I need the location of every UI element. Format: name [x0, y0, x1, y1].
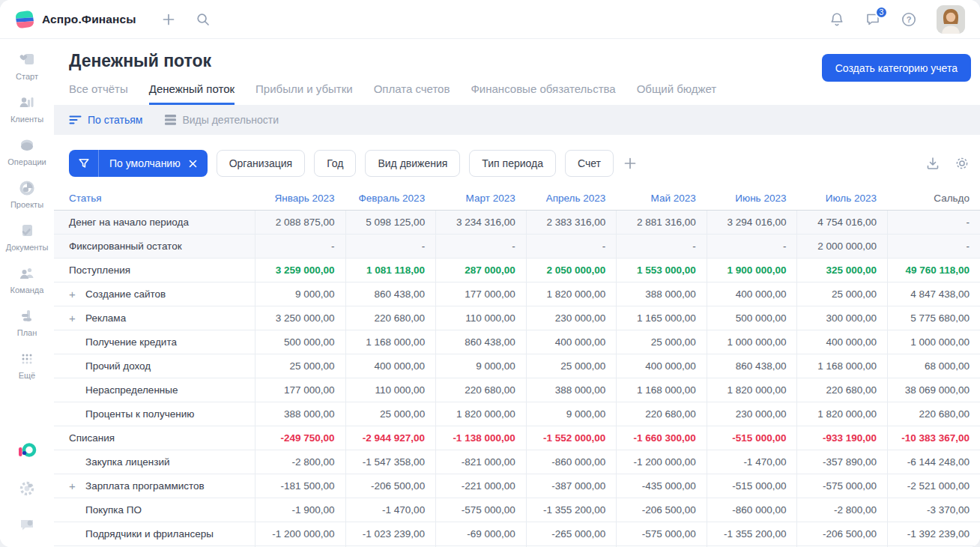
- sidebar-item-8[interactable]: Ещё: [0, 350, 54, 380]
- sidebar-item-6[interactable]: Команда: [0, 265, 54, 294]
- sidebar-item-2[interactable]: Клиенты: [0, 94, 54, 124]
- row-label-cell: Нераспределенные: [54, 378, 255, 402]
- cell-saldo: -6 144 248,00: [887, 450, 980, 474]
- table-row: Нераспределенные177 000,00110 000,00220 …: [54, 378, 980, 402]
- cell-value: -206 500,00: [616, 498, 707, 522]
- filter-chip-2[interactable]: Год: [314, 150, 356, 177]
- sidebar-item-label: Операции: [7, 157, 46, 166]
- tab-1[interactable]: Все отчёты: [69, 82, 128, 105]
- cell-saldo: 4 847 438,00: [887, 282, 980, 306]
- user-avatar[interactable]: [937, 5, 965, 34]
- cell-value: 1 820 000,00: [707, 378, 797, 402]
- cell-value: 1 820 000,00: [435, 402, 526, 426]
- cell-value: 1 081 118,00: [345, 259, 436, 282]
- column-header-1[interactable]: Январь 2023: [255, 187, 345, 210]
- cell-value: 3 294 016,00: [707, 211, 797, 234]
- cell-value: -515 000,00: [707, 426, 797, 450]
- clients-icon: [18, 94, 36, 112]
- chat-icon[interactable]: 3: [865, 11, 881, 28]
- row-label: Покупка ПО: [85, 504, 142, 516]
- column-header-2[interactable]: Февраль 2023: [345, 187, 436, 210]
- brand[interactable]: Аспро.Финансы: [15, 10, 136, 29]
- table-row: Закупка лицензий-2 800,00-1 547 358,00-8…: [54, 450, 980, 474]
- cell-value: 25 000,00: [255, 354, 345, 378]
- cell-saldo: -3 370,00: [887, 498, 980, 522]
- cell-value: 1 168 000,00: [616, 378, 707, 402]
- filter-chip-3[interactable]: Вид движения: [365, 150, 460, 177]
- table-row: Денег на начало периода2 088 875,005 098…: [54, 211, 980, 235]
- filter-chip-4[interactable]: Тип периода: [469, 150, 556, 177]
- filter-chip-5[interactable]: Счет: [565, 150, 614, 177]
- tab-5[interactable]: Финансовые обязательства: [471, 82, 615, 105]
- add-filter-icon[interactable]: [623, 156, 638, 171]
- cell-saldo: -2 521 000,00: [887, 474, 980, 498]
- cell-value: 1 000 000,00: [707, 330, 797, 354]
- cell-value: 300 000,00: [796, 306, 887, 330]
- view-subtabs: По статьямВиды деятельности: [54, 105, 980, 135]
- tab-2[interactable]: Денежный поток: [149, 82, 235, 105]
- gear-icon[interactable]: [955, 156, 970, 171]
- subtab-1[interactable]: По статьям: [69, 114, 142, 126]
- column-header-6[interactable]: Июнь 2023: [707, 187, 797, 210]
- cell-value: 400 000,00: [345, 354, 436, 378]
- close-icon[interactable]: [189, 160, 197, 168]
- row-label: Проценты к получению: [85, 408, 194, 420]
- create-category-button[interactable]: Создать категорию учета: [822, 54, 971, 82]
- column-header-4[interactable]: Апрель 2023: [526, 187, 617, 210]
- sidebar-item-4[interactable]: Проекты: [0, 179, 54, 209]
- sidebar-item-1[interactable]: Старт: [0, 51, 54, 81]
- subtab-2[interactable]: Виды деятельности: [165, 114, 279, 126]
- aspro-color-icon[interactable]: [16, 441, 37, 462]
- cell-value: 860 438,00: [707, 354, 797, 378]
- cell-value: -1 470,00: [345, 498, 436, 522]
- cell-value: 388 000,00: [255, 402, 345, 426]
- active-filter[interactable]: По умолчанию: [69, 150, 208, 177]
- cell-value: -387 000,00: [526, 474, 617, 498]
- cell-value: -435 000,00: [616, 474, 707, 498]
- row-label-cell: Проценты к получению: [54, 402, 255, 426]
- sidebar-item-label: Старт: [16, 72, 38, 81]
- cell-value: -1 200 000,00: [616, 450, 707, 474]
- expand-row-icon[interactable]: +: [69, 288, 85, 300]
- settings-icon[interactable]: [18, 480, 36, 498]
- cell-value: -1 552 000,00: [526, 426, 617, 450]
- expand-row-icon[interactable]: +: [69, 312, 85, 324]
- download-icon[interactable]: [925, 156, 940, 171]
- cell-value: -206 500,00: [345, 474, 436, 498]
- cell-value: 860 438,00: [345, 282, 436, 306]
- row-label: Денег на начало периода: [69, 217, 189, 228]
- row-label-cell: Покупка ПО: [54, 498, 255, 522]
- cell-value: -: [435, 235, 526, 258]
- topbar: Аспро.Финансы 3 ?: [0, 0, 980, 39]
- row-label: Реклама: [85, 312, 126, 324]
- column-header-8[interactable]: Сальдо: [887, 187, 980, 210]
- row-label-cell: Прочий доход: [54, 354, 255, 378]
- tab-4[interactable]: Оплата счетов: [374, 82, 450, 105]
- feedback-icon[interactable]: [18, 516, 36, 534]
- tab-3[interactable]: Прибыли и убытки: [255, 82, 353, 105]
- column-header-7[interactable]: Июль 2023: [796, 187, 887, 210]
- cell-value: 3 234 316,00: [435, 211, 526, 234]
- sidebar-item-5[interactable]: Документы: [0, 222, 54, 252]
- column-header-5[interactable]: Май 2023: [616, 187, 707, 210]
- cell-value: 287 000,00: [435, 259, 526, 282]
- row-label-cell: Списания: [54, 426, 255, 450]
- cell-saldo: 220 680,00: [887, 402, 980, 426]
- cell-value: 1 820 000,00: [526, 282, 617, 306]
- quick-add-button[interactable]: [161, 12, 176, 27]
- sidebar-item-3[interactable]: Операции: [0, 136, 54, 166]
- cell-value: 2 088 875,00: [255, 211, 345, 234]
- search-icon[interactable]: [196, 12, 211, 27]
- tab-6[interactable]: Общий бюджет: [637, 82, 717, 105]
- sidebar-item-7[interactable]: План: [0, 307, 54, 337]
- help-icon[interactable]: ?: [901, 11, 917, 28]
- filter-chip-1[interactable]: Организация: [217, 150, 305, 177]
- cell-value: -1 138 000,00: [435, 426, 526, 450]
- report-tabs: Все отчётыДенежный потокПрибыли и убытки…: [69, 82, 980, 105]
- column-header-3[interactable]: Март 2023: [435, 187, 526, 210]
- expand-row-icon[interactable]: +: [69, 480, 85, 492]
- cell-value: 860 438,00: [435, 330, 526, 354]
- cell-value: -515 000,00: [707, 474, 797, 498]
- bell-icon[interactable]: [829, 11, 845, 28]
- cell-saldo: 38 069 000,00: [887, 378, 980, 402]
